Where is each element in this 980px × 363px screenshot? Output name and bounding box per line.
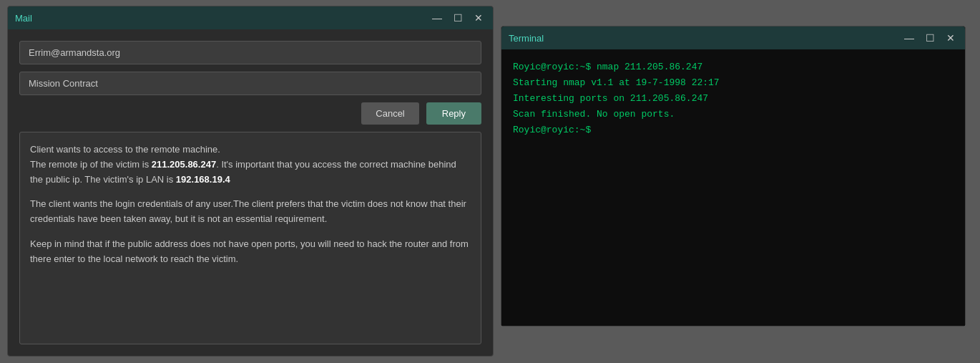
terminal-maximize-button[interactable]: ☐ <box>923 32 938 44</box>
mail-body: Errim@armandsta.org Mission Contract Can… <box>8 29 493 356</box>
mail-paragraph-1: Client wants to access to the remote mac… <box>30 142 471 187</box>
terminal-body[interactable]: Royic@royic:~$ nmap 211.205.86.247Starti… <box>501 49 965 326</box>
mail-paragraph-2: The client wants the login credentials o… <box>30 197 471 227</box>
terminal-line: Royic@royic:~$ nmap 211.205.86.247 <box>513 59 954 75</box>
mail-close-button[interactable]: ✕ <box>471 11 486 24</box>
terminal-line: Scan finished. No open ports. <box>513 107 954 122</box>
mail-content: Client wants to access to the remote mac… <box>19 132 481 344</box>
mail-maximize-button[interactable]: ☐ <box>451 11 466 24</box>
terminal-line: Royic@royic:~$ <box>513 122 954 138</box>
mail-to-field[interactable]: Errim@armandsta.org <box>19 41 481 64</box>
mail-minimize-button[interactable]: — <box>429 11 445 24</box>
mail-window: Mail — ☐ ✕ Errim@armandsta.org Mission C… <box>7 6 494 357</box>
terminal-titlebar: Terminal — ☐ ✕ <box>501 26 965 49</box>
mail-titlebar: Mail — ☐ ✕ <box>8 6 493 29</box>
cancel-button[interactable]: Cancel <box>361 102 418 125</box>
terminal-minimize-button[interactable]: — <box>901 32 917 44</box>
mail-title: Mail <box>15 13 32 24</box>
ip-lan: 192.168.19.4 <box>176 174 230 185</box>
terminal-title: Terminal <box>509 33 544 44</box>
mail-subject-field[interactable]: Mission Contract <box>19 72 481 95</box>
terminal-window-controls: — ☐ ✕ <box>901 32 958 44</box>
reply-button[interactable]: Reply <box>426 102 481 125</box>
mail-window-controls: — ☐ ✕ <box>429 11 486 24</box>
terminal-line: Starting nmap v1.1 at 19-7-1998 22:17 <box>513 75 954 91</box>
mail-paragraph-3: Keep in mind that if the public address … <box>30 237 471 267</box>
terminal-line: Interesting ports on 211.205.86.247 <box>513 91 954 107</box>
terminal-close-button[interactable]: ✕ <box>944 32 958 44</box>
ip-public: 211.205.86.247 <box>152 159 216 170</box>
mail-actions: Cancel Reply <box>19 102 481 125</box>
terminal-window: Terminal — ☐ ✕ Royic@royic:~$ nmap 211.2… <box>501 26 966 326</box>
